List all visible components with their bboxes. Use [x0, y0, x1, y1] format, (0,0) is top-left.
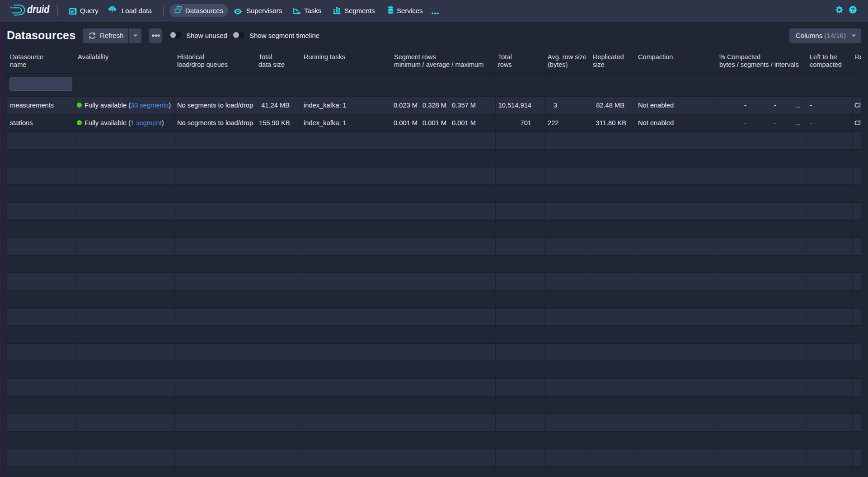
svg-text:?: ?: [851, 6, 854, 13]
